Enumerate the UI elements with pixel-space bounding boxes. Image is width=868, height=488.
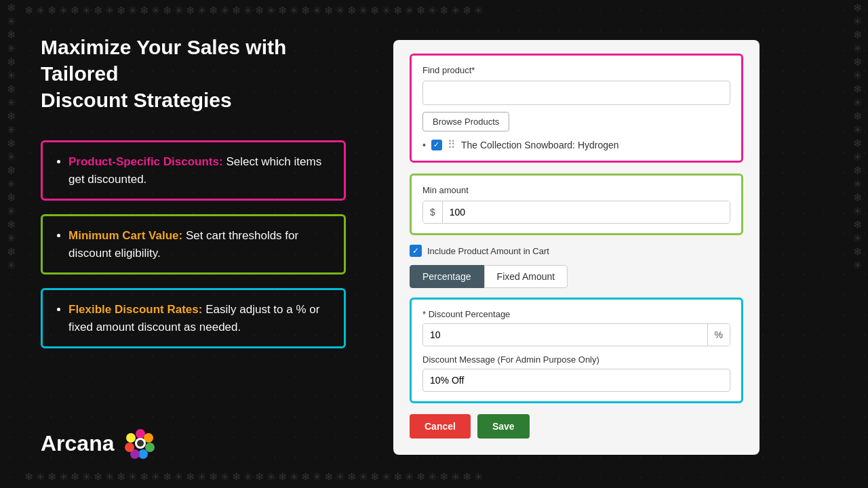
discount-percentage-label: * Discount Percentage [422,309,730,319]
feature-highlight-2: Minimum Cart Value: [68,229,182,242]
min-amount-input[interactable] [443,201,730,223]
logo-area: Arcana [41,426,346,461]
currency-symbol: $ [423,201,443,223]
percent-suffix: % [707,324,730,346]
action-buttons: Cancel Save [410,414,743,439]
discount-section: * Discount Percentage % Discount Message… [410,298,743,403]
product-name: The Collection Snowboard: Hydrogen [461,140,619,150]
find-product-label: Find product* [422,65,730,75]
fixed-amount-toggle-button[interactable]: Fixed Amount [484,265,568,288]
feature-highlight-1: Product-Specific Discounts: [68,155,223,168]
feature-card-min-cart: Minimum Cart Value: Set cart thresholds … [41,214,346,274]
feature-card-flexible: Flexible Discount Rates: Easily adjust t… [41,288,346,348]
feature-cards: Product-Specific Discounts: Select which… [41,140,346,348]
browse-products-button[interactable]: Browse Products [422,112,509,131]
include-product-checkbox[interactable]: ✓ [410,245,422,257]
svg-point-6 [126,433,136,443]
save-button[interactable]: Save [477,414,530,439]
drag-handle-icon[interactable]: ⠿ [448,138,456,151]
feature-text-3: Flexible Discount Rates: Easily adjust t… [68,301,330,336]
left-panel: Maximize Your Sales with Tailored Discou… [0,0,380,488]
content-area: Maximize Your Sales with Tailored Discou… [41,34,346,375]
feature-text-2: Minimum Cart Value: Set cart thresholds … [68,227,330,262]
discount-percentage-input[interactable] [423,324,707,346]
feature-highlight-3: Flexible Discount Rates: [68,303,202,316]
form-container: Find product* Browse Products • ✓ ⠿ The … [393,40,760,455]
find-product-input[interactable] [422,81,730,105]
min-amount-section: Min amount $ [410,174,743,235]
include-product-row: ✓ Include Product Amount in Cart [410,245,743,257]
bullet-dot: • [422,140,426,150]
svg-point-2 [145,443,155,452]
percentage-toggle-button[interactable]: Percentage [410,265,484,288]
feature-text-1: Product-Specific Discounts: Select which… [68,153,330,188]
svg-point-8 [137,440,144,447]
product-checkbox[interactable]: ✓ [431,140,442,150]
product-item: • ✓ ⠿ The Collection Snowboard: Hydrogen [422,138,730,151]
svg-point-5 [125,443,134,452]
include-product-label: Include Product Amount in Cart [427,246,549,256]
discount-message-label: Discount Message (For Admin Purpose Only… [422,354,730,365]
page-title: Maximize Your Sales with Tailored Discou… [41,34,346,113]
find-product-section: Find product* Browse Products • ✓ ⠿ The … [410,54,743,163]
discount-percentage-input-group: % [422,323,730,346]
discount-message-input[interactable] [422,369,730,392]
feature-card-product-specific: Product-Specific Discounts: Select which… [41,140,346,201]
min-amount-label: Min amount [422,185,730,195]
logo-text: Arcana [41,431,115,456]
right-panel: Find product* Browse Products • ✓ ⠿ The … [380,0,868,488]
discount-type-toggle: Percentage Fixed Amount [410,265,743,288]
cancel-button[interactable]: Cancel [410,414,471,439]
svg-point-0 [136,429,145,439]
svg-point-3 [138,449,148,459]
logo-icon [123,426,158,461]
min-amount-input-group: $ [422,201,730,224]
